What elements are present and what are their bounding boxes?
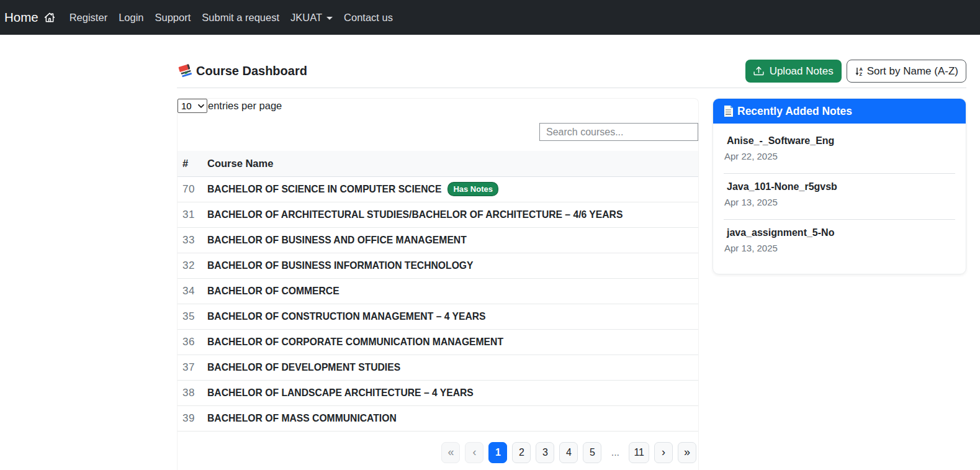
svg-text:Z: Z [859, 71, 862, 76]
